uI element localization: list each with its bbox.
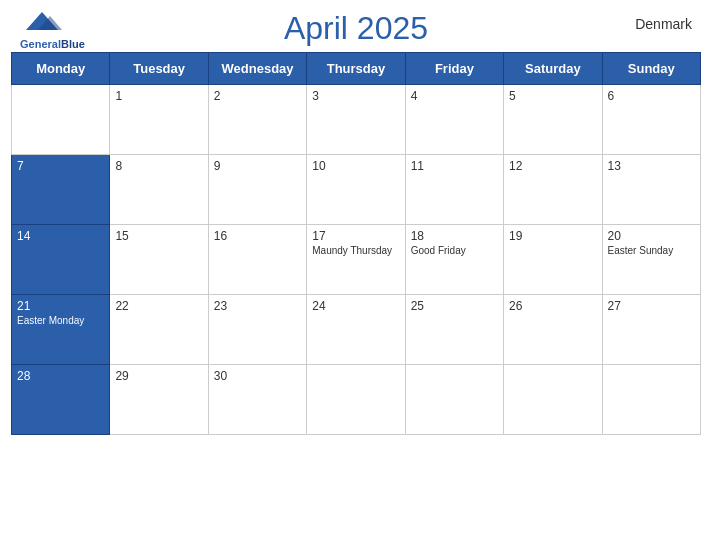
header-wednesday: Wednesday bbox=[208, 53, 306, 85]
week-row: 282930 bbox=[12, 365, 701, 435]
logo: GeneralBlue bbox=[20, 8, 85, 50]
logo-icon bbox=[20, 8, 64, 38]
day-cell: 20Easter Sunday bbox=[602, 225, 700, 295]
day-cell bbox=[307, 365, 405, 435]
day-cell: 1 bbox=[110, 85, 208, 155]
day-cell bbox=[602, 365, 700, 435]
day-cell bbox=[12, 85, 110, 155]
day-cell: 24 bbox=[307, 295, 405, 365]
days-header-row: Monday Tuesday Wednesday Thursday Friday… bbox=[12, 53, 701, 85]
calendar-table: Monday Tuesday Wednesday Thursday Friday… bbox=[11, 52, 701, 435]
calendar-title: April 2025 bbox=[284, 10, 428, 47]
day-cell: 27 bbox=[602, 295, 700, 365]
day-cell: 19 bbox=[504, 225, 602, 295]
day-cell bbox=[405, 365, 503, 435]
day-cell: 30 bbox=[208, 365, 306, 435]
day-cell: 15 bbox=[110, 225, 208, 295]
day-cell: 29 bbox=[110, 365, 208, 435]
week-row: 123456 bbox=[12, 85, 701, 155]
day-cell: 28 bbox=[12, 365, 110, 435]
day-cell: 26 bbox=[504, 295, 602, 365]
week-row: 21Easter Monday222324252627 bbox=[12, 295, 701, 365]
day-cell: 16 bbox=[208, 225, 306, 295]
day-cell: 7 bbox=[12, 155, 110, 225]
day-cell: 13 bbox=[602, 155, 700, 225]
day-cell: 10 bbox=[307, 155, 405, 225]
day-cell: 8 bbox=[110, 155, 208, 225]
day-cell: 21Easter Monday bbox=[12, 295, 110, 365]
day-cell: 18Good Friday bbox=[405, 225, 503, 295]
day-cell: 17Maundy Thursday bbox=[307, 225, 405, 295]
week-row: 78910111213 bbox=[12, 155, 701, 225]
week-row: 14151617Maundy Thursday18Good Friday1920… bbox=[12, 225, 701, 295]
day-cell bbox=[504, 365, 602, 435]
day-cell: 25 bbox=[405, 295, 503, 365]
day-cell: 23 bbox=[208, 295, 306, 365]
day-cell: 9 bbox=[208, 155, 306, 225]
day-cell: 4 bbox=[405, 85, 503, 155]
day-cell: 2 bbox=[208, 85, 306, 155]
country-label: Denmark bbox=[635, 16, 692, 32]
day-cell: 14 bbox=[12, 225, 110, 295]
day-cell: 6 bbox=[602, 85, 700, 155]
day-cell: 22 bbox=[110, 295, 208, 365]
header-saturday: Saturday bbox=[504, 53, 602, 85]
header-tuesday: Tuesday bbox=[110, 53, 208, 85]
day-cell: 5 bbox=[504, 85, 602, 155]
header-monday: Monday bbox=[12, 53, 110, 85]
header-sunday: Sunday bbox=[602, 53, 700, 85]
header-area: GeneralBlue April 2025 Denmark bbox=[0, 0, 712, 52]
header-friday: Friday bbox=[405, 53, 503, 85]
day-cell: 11 bbox=[405, 155, 503, 225]
header-thursday: Thursday bbox=[307, 53, 405, 85]
day-cell: 12 bbox=[504, 155, 602, 225]
day-cell: 3 bbox=[307, 85, 405, 155]
